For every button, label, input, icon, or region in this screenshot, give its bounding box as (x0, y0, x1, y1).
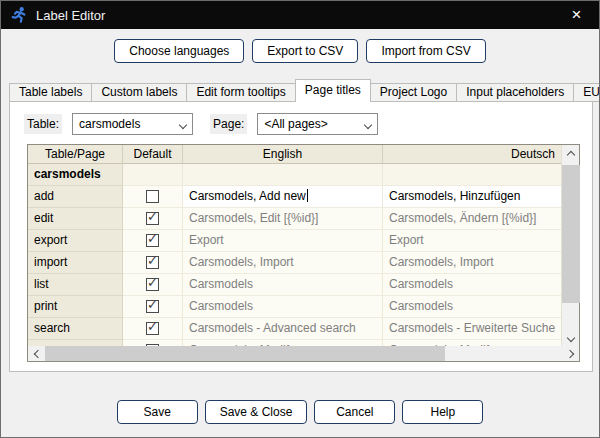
check-mark-icon: ✓ (147, 276, 158, 289)
deutsch-cell[interactable] (383, 164, 561, 186)
scroll-up-icon[interactable] (562, 145, 580, 162)
check-mark-icon: ✓ (147, 320, 158, 333)
label-editor-window: Label Editor × Choose languages Export t… (0, 0, 600, 438)
vertical-scrollbar-thumb[interactable] (562, 165, 580, 303)
chevron-down-icon (180, 122, 186, 128)
column-header-default: Default (123, 145, 183, 164)
help-button[interactable]: Help (402, 400, 483, 424)
check-mark-icon: ✓ (147, 298, 158, 311)
english-cell[interactable]: Carsmodels (183, 274, 383, 296)
english-cell[interactable]: Carsmodels - Advanced search (183, 318, 383, 340)
grid-body: carsmodelsaddCarsmodels, Add newCarsmode… (28, 164, 561, 346)
group-label-cell: carsmodels (28, 164, 123, 186)
labels-grid: Table/Page Default English Deutsch carsm… (27, 144, 580, 362)
scroll-right-icon[interactable] (561, 346, 578, 361)
check-mark-icon: ✓ (147, 232, 158, 245)
tab-input-placeholders[interactable]: Input placeholders (456, 83, 574, 102)
checkbox-checked-icon[interactable]: ✓ (146, 278, 159, 291)
table-row: addCarsmodels, Add newCarsmodels, Hinzuf… (28, 186, 561, 208)
tab-edit-form-tooltips[interactable]: Edit form tooltips (186, 83, 295, 102)
deutsch-cell[interactable]: Carsmodels (383, 274, 561, 296)
table-row: search✓Carsmodels - Advanced searchCarsm… (28, 318, 561, 340)
grid-header: Table/Page Default English Deutsch (28, 145, 579, 164)
checkbox-checked-icon[interactable]: ✓ (146, 234, 159, 247)
deutsch-cell[interactable]: Carsmodels, Hinzufügen (383, 186, 561, 208)
deutsch-cell[interactable]: Carsmodels, Ändern [{%id}] (383, 208, 561, 230)
checkbox-checked-icon[interactable]: ✓ (146, 212, 159, 225)
column-header-deutsch: Deutsch (383, 145, 561, 164)
vertical-scrollbar[interactable] (561, 145, 579, 346)
table-row: import✓Carsmodels, ImportCarsmodels, Imp… (28, 252, 561, 274)
column-header-table-page: Table/Page (28, 145, 123, 164)
window-title: Label Editor (36, 8, 105, 23)
app-logo-running-man-icon (10, 6, 28, 24)
footer: Save Save & Close Cancel Help (1, 400, 599, 424)
deutsch-cell[interactable]: Carsmodels (383, 296, 561, 318)
default-cell (123, 186, 183, 208)
default-cell: ✓ (123, 230, 183, 252)
table-filter-label: Table: (24, 114, 62, 134)
page-label-cell: export (28, 230, 123, 252)
checkbox-unchecked-icon[interactable] (146, 190, 159, 203)
checkbox-checked-icon[interactable]: ✓ (146, 322, 159, 335)
check-mark-icon: ✓ (147, 254, 158, 267)
page-label-cell: add (28, 186, 123, 208)
english-cell[interactable]: Export (183, 230, 383, 252)
tab-page-titles[interactable]: Page titles (295, 79, 371, 102)
group-row: carsmodels (28, 164, 561, 186)
page-label-cell: search (28, 318, 123, 340)
import-from-csv-button[interactable]: Import from CSV (366, 39, 485, 63)
default-cell: ✓ (123, 296, 183, 318)
export-to-csv-button[interactable]: Export to CSV (252, 39, 358, 63)
table-row: list✓CarsmodelsCarsmodels (28, 274, 561, 296)
english-cell[interactable]: Carsmodels, Add new (183, 186, 383, 208)
english-cell[interactable] (183, 164, 383, 186)
checkbox-checked-icon[interactable]: ✓ (146, 300, 159, 313)
cancel-button[interactable]: Cancel (314, 400, 395, 424)
close-icon[interactable]: × (554, 1, 599, 29)
page-label-cell: print (28, 296, 123, 318)
deutsch-cell[interactable]: Carsmodels - Erweiterte Suche (383, 318, 561, 340)
checkbox-checked-icon[interactable]: ✓ (146, 256, 159, 269)
page-select-value: <All pages> (264, 117, 327, 131)
tab-bar: Table labelsCustom labelsEdit form toolt… (9, 79, 600, 102)
default-cell: ✓ (123, 274, 183, 296)
english-cell[interactable]: Carsmodels, Import (183, 252, 383, 274)
tab-project-logo[interactable]: Project Logo (370, 83, 457, 102)
tab-table-labels[interactable]: Table labels (9, 83, 92, 102)
page-filter-label: Page: (210, 114, 247, 134)
default-cell: ✓ (123, 208, 183, 230)
horizontal-scrollbar-thumb[interactable] (45, 346, 445, 361)
deutsch-cell[interactable]: Export (383, 230, 561, 252)
chevron-down-icon (365, 122, 371, 128)
column-header-english: English (183, 145, 383, 164)
text-caret (307, 189, 308, 202)
choose-languages-button[interactable]: Choose languages (114, 39, 244, 63)
table-select[interactable]: carsmodels (72, 113, 193, 135)
scroll-down-icon[interactable] (562, 329, 580, 346)
table-select-value: carsmodels (79, 117, 140, 131)
filter-row: Table: carsmodels Page: <All pages> (24, 113, 378, 135)
english-cell[interactable]: Carsmodels, Edit [{%id}] (183, 208, 383, 230)
check-mark-icon: ✓ (147, 210, 158, 223)
page-label-cell: list (28, 274, 123, 296)
table-row: print✓CarsmodelsCarsmodels (28, 296, 561, 318)
page-select[interactable]: <All pages> (257, 113, 378, 135)
page-label-cell: import (28, 252, 123, 274)
english-cell[interactable]: Carsmodels (183, 296, 383, 318)
default-cell (123, 164, 183, 186)
tab-eu-cookie-banner[interactable]: EU cookie banner (573, 83, 600, 102)
save-and-close-button[interactable]: Save & Close (205, 400, 308, 424)
page-label-cell: edit (28, 208, 123, 230)
tab-custom-labels[interactable]: Custom labels (91, 83, 187, 102)
toolbar: Choose languages Export to CSV Import fr… (1, 39, 599, 63)
scroll-left-icon[interactable] (29, 346, 46, 361)
table-row: edit✓Carsmodels, Edit [{%id}]Carsmodels,… (28, 208, 561, 230)
table-row: export✓ExportExport (28, 230, 561, 252)
horizontal-scrollbar[interactable] (28, 346, 579, 361)
title-bar: Label Editor × (1, 1, 599, 29)
page-titles-panel: Table: carsmodels Page: <All pages> Tabl… (9, 101, 593, 372)
default-cell: ✓ (123, 318, 183, 340)
save-button[interactable]: Save (117, 400, 198, 424)
deutsch-cell[interactable]: Carsmodels, Import (383, 252, 561, 274)
